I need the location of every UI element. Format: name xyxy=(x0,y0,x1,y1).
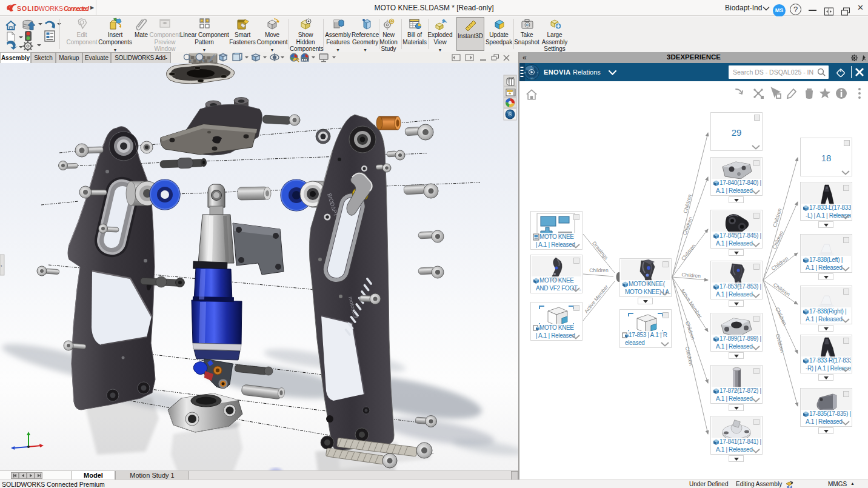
svg-text:Children: Children xyxy=(684,346,694,366)
svg-text:Children: Children xyxy=(771,230,784,250)
svg-text:Active Member: Active Member xyxy=(583,284,610,314)
svg-text:Children: Children xyxy=(772,207,783,227)
svg-text:Children: Children xyxy=(589,267,609,273)
svg-text:Children: Children xyxy=(772,281,792,297)
svg-text:Active Member: Active Member xyxy=(679,287,704,319)
svg-text:Children: Children xyxy=(680,242,696,261)
svg-text:Children: Children xyxy=(681,216,693,236)
svg-text:Children: Children xyxy=(775,333,786,353)
svg-text:Children: Children xyxy=(682,193,693,213)
svg-text:3.5: 3.5 xyxy=(530,78,533,80)
svg-text:Drawings: Drawings xyxy=(591,240,609,261)
svg-text:Children: Children xyxy=(774,306,788,326)
svg-text:n: n xyxy=(531,65,532,68)
